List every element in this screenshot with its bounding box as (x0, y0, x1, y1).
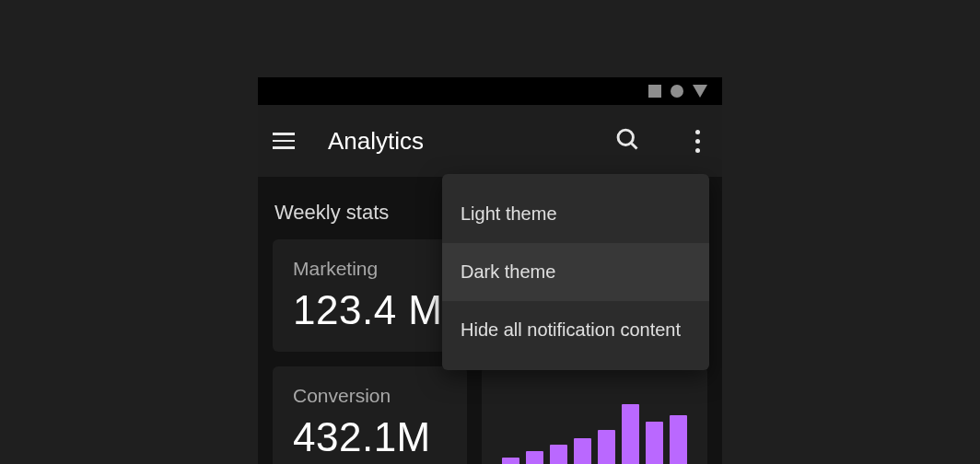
menu-item[interactable]: Light theme (442, 185, 709, 243)
status-triangle-icon (693, 85, 707, 98)
overflow-menu-icon[interactable] (688, 126, 707, 157)
svg-line-1 (632, 144, 637, 149)
card-row: Conversion 432.1M (273, 366, 707, 464)
conversion-card[interactable]: Conversion 432.1M (273, 366, 467, 464)
chart-bar (502, 458, 519, 464)
chart-bar (574, 438, 591, 464)
hamburger-menu-icon[interactable] (273, 131, 295, 151)
card-label: Conversion (293, 385, 447, 407)
menu-item[interactable]: Hide all notification content (442, 301, 709, 359)
chart-card[interactable] (482, 366, 707, 464)
menu-item[interactable]: Dark theme (442, 243, 709, 301)
card-value: 432.1M (293, 414, 447, 460)
status-square-icon (648, 85, 661, 98)
overflow-menu: Light themeDark themeHide all notificati… (442, 174, 709, 370)
app-bar: Analytics (258, 105, 722, 177)
page-title: Analytics (328, 127, 581, 156)
device-frame: Analytics Weekly stats Marketing 123.4 M… (258, 77, 722, 464)
search-icon[interactable] (614, 126, 655, 156)
status-bar (258, 77, 722, 105)
chart-bar (526, 451, 543, 464)
chart-bar (598, 430, 615, 464)
chart-bar (646, 422, 663, 464)
status-circle-icon (671, 85, 683, 98)
chart-bar (622, 404, 639, 464)
chart-bar (550, 445, 567, 464)
svg-point-0 (618, 130, 633, 145)
chart-bar (670, 415, 687, 464)
